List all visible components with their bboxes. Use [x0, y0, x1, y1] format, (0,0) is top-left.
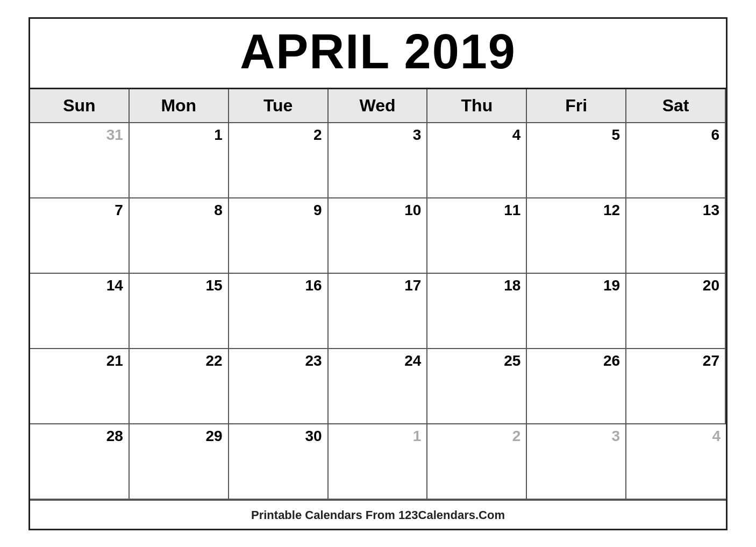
day-number: 16: [232, 277, 322, 294]
day-cell: 2: [427, 424, 527, 500]
day-number: 1: [332, 428, 422, 445]
footer-text: Printable Calendars From: [251, 508, 398, 522]
day-cell: 3: [329, 123, 428, 198]
day-cell: 7: [30, 198, 130, 274]
day-number: 10: [332, 202, 422, 219]
day-header-tue: Tue: [229, 89, 329, 123]
day-number: 3: [530, 428, 620, 445]
day-number: 21: [33, 352, 123, 370]
day-cell: 11: [427, 198, 527, 274]
day-number: 13: [630, 202, 719, 219]
day-cell: 14: [30, 274, 130, 349]
day-number: 20: [630, 277, 719, 294]
day-number: 3: [332, 126, 422, 144]
day-cell: 4: [427, 123, 527, 198]
day-number: 6: [630, 126, 719, 144]
day-number: 28: [33, 428, 123, 445]
day-cell: 15: [130, 274, 229, 349]
day-cell: 2: [229, 123, 329, 198]
day-number: 23: [232, 352, 322, 370]
day-cell: 23: [229, 349, 329, 424]
day-cell: 28: [30, 424, 130, 500]
day-number: 19: [530, 277, 620, 294]
day-number: 1: [133, 126, 223, 144]
day-cell: 20: [626, 274, 726, 349]
calendar-container: APRIL 2019 SunMonTueWedThuFriSat31123456…: [28, 17, 728, 530]
day-cell: 13: [626, 198, 726, 274]
day-cell: 21: [30, 349, 130, 424]
day-cell: 16: [229, 274, 329, 349]
day-number: 25: [431, 352, 520, 370]
day-number: 27: [630, 352, 719, 370]
day-number: 18: [431, 277, 520, 294]
calendar-footer: Printable Calendars From 123Calendars.Co…: [30, 500, 726, 529]
day-number: 26: [530, 352, 620, 370]
day-cell: 22: [130, 349, 229, 424]
day-cell: 27: [626, 349, 726, 424]
day-cell: 6: [626, 123, 726, 198]
day-cell: 31: [30, 123, 130, 198]
day-number: 9: [232, 202, 322, 219]
day-number: 11: [431, 202, 520, 219]
calendar-grid: SunMonTueWedThuFriSat3112345678910111213…: [30, 89, 726, 500]
day-cell: 17: [329, 274, 428, 349]
day-header-mon: Mon: [130, 89, 229, 123]
day-number: 12: [530, 202, 620, 219]
day-number: 14: [33, 277, 123, 294]
day-number: 2: [232, 126, 322, 144]
day-cell: 3: [527, 424, 626, 500]
day-number: 24: [332, 352, 422, 370]
day-cell: 8: [130, 198, 229, 274]
day-header-sun: Sun: [30, 89, 130, 123]
day-cell: 9: [229, 198, 329, 274]
day-number: 4: [431, 126, 520, 144]
day-cell: 19: [527, 274, 626, 349]
day-header-sat: Sat: [626, 89, 726, 123]
day-number: 29: [133, 428, 223, 445]
day-number: 5: [530, 126, 620, 144]
day-cell: 24: [329, 349, 428, 424]
day-cell: 29: [130, 424, 229, 500]
day-cell: 18: [427, 274, 527, 349]
calendar-title: APRIL 2019: [30, 19, 726, 89]
day-cell: 12: [527, 198, 626, 274]
day-header-thu: Thu: [427, 89, 527, 123]
day-cell: 4: [626, 424, 726, 500]
day-cell: 1: [329, 424, 428, 500]
day-number: 7: [33, 202, 123, 219]
day-number: 17: [332, 277, 422, 294]
footer-brand: 123Calendars.Com: [398, 508, 505, 522]
day-number: 8: [133, 202, 223, 219]
day-number: 2: [431, 428, 520, 445]
day-header-fri: Fri: [527, 89, 626, 123]
day-number: 30: [232, 428, 322, 445]
day-cell: 30: [229, 424, 329, 500]
day-number: 31: [33, 126, 123, 144]
day-number: 15: [133, 277, 223, 294]
day-number: 22: [133, 352, 223, 370]
day-cell: 5: [527, 123, 626, 198]
day-number: 4: [630, 428, 721, 445]
day-cell: 10: [329, 198, 428, 274]
day-cell: 25: [427, 349, 527, 424]
day-cell: 26: [527, 349, 626, 424]
day-header-wed: Wed: [329, 89, 428, 123]
day-cell: 1: [130, 123, 229, 198]
